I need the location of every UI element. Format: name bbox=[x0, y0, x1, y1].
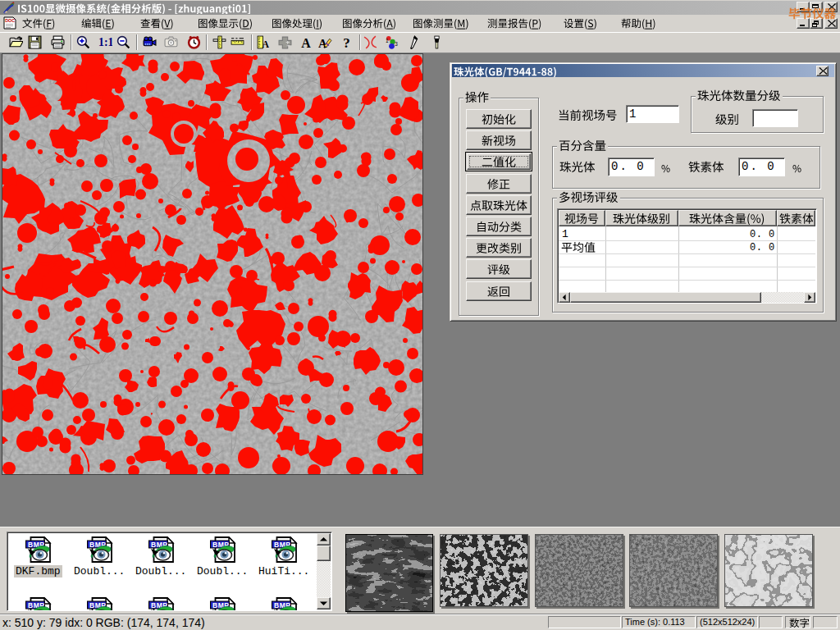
svg-text:DOC: DOC bbox=[5, 18, 15, 23]
svg-text:1: 1 bbox=[386, 38, 389, 43]
svg-text:3: 3 bbox=[395, 41, 398, 47]
svg-text:A: A bbox=[301, 36, 311, 49]
svg-text:1:1: 1:1 bbox=[98, 36, 112, 48]
svg-text:A: A bbox=[262, 39, 269, 49]
svg-text:?: ? bbox=[343, 35, 350, 49]
